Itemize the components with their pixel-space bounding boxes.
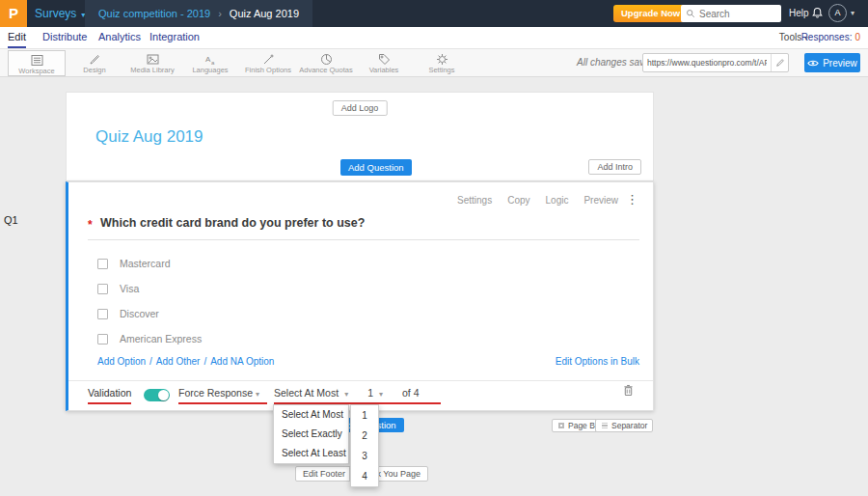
preview-button[interactable]: Preview xyxy=(804,53,860,72)
question-preview-link[interactable]: Preview xyxy=(583,195,618,206)
edit-footer-button[interactable]: Edit Footer xyxy=(295,466,353,482)
edit-options-in-bulk-link[interactable]: Edit Options in Bulk xyxy=(556,356,639,367)
questionpro-logo[interactable]: P xyxy=(0,0,27,27)
question-number-label: Q1 xyxy=(4,214,18,226)
breadcrumb-separator-icon: › xyxy=(218,8,222,19)
upgrade-now-button[interactable]: Upgrade Now xyxy=(613,5,688,22)
design-brush-icon xyxy=(89,53,101,66)
variables-tag-icon xyxy=(378,53,391,66)
validation-rule-dropdown-menu: Select At Most Select Exactly Select At … xyxy=(273,404,349,464)
page-break-icon xyxy=(557,422,565,429)
slash-separator: / xyxy=(203,356,206,367)
chevron-down-icon: ▾ xyxy=(379,390,383,399)
add-intro-button[interactable]: Add Intro xyxy=(588,159,641,175)
add-logo-button[interactable]: Add Logo xyxy=(333,100,388,116)
force-response-dropdown[interactable]: Force Response ▾ xyxy=(178,387,267,404)
menu-item-select-at-most[interactable]: Select At Most xyxy=(274,405,348,425)
question-settings-link[interactable]: Settings xyxy=(457,195,492,206)
question-logic-link[interactable]: Logic xyxy=(546,195,569,206)
tab-edit[interactable]: Edit xyxy=(8,27,26,48)
option-row: American Express xyxy=(97,332,202,345)
add-na-option-link[interactable]: Add NA Option xyxy=(210,356,274,367)
question-text[interactable]: Which credit card brand do you prefer to… xyxy=(100,216,365,230)
option-label[interactable]: American Express xyxy=(120,333,202,344)
add-question-button[interactable]: Add Question xyxy=(340,159,412,176)
toggle-knob xyxy=(158,390,169,400)
avatar[interactable]: A xyxy=(828,4,847,22)
top-bar: P Surveys▾ Quiz competition - 2019 › Qui… xyxy=(0,0,868,27)
responses-count: 0 xyxy=(854,32,860,42)
question-divider xyxy=(88,239,639,240)
option-label[interactable]: Mastercard xyxy=(120,258,171,269)
option-row: Mastercard xyxy=(97,257,171,270)
finish-options-wand-icon xyxy=(262,53,275,66)
checkbox[interactable] xyxy=(97,309,108,319)
survey-url-input[interactable] xyxy=(643,58,771,68)
validation-rule-controls: Select At Most▾1▾of 4 xyxy=(274,387,441,404)
chevron-down-icon: ▾ xyxy=(344,390,348,399)
separator-icon xyxy=(601,422,609,429)
toolbar-item-media-library[interactable]: Media Library xyxy=(123,50,181,76)
account-chevron-down-icon[interactable]: ▾ xyxy=(851,0,854,27)
of-total-label: of 4 xyxy=(402,387,420,399)
menu-item-3[interactable]: 3 xyxy=(351,446,378,466)
responses-counter[interactable]: Responses:0 xyxy=(801,27,860,48)
breadcrumb-current: Quiz Aug 2019 xyxy=(230,8,299,19)
toolbar-item-finish-options[interactable]: Finish Options xyxy=(239,50,297,76)
checkbox[interactable] xyxy=(97,259,108,269)
separator-button[interactable]: Separator xyxy=(595,419,653,432)
notifications-bell-icon[interactable] xyxy=(811,7,824,21)
menu-item-1[interactable]: 1 xyxy=(351,405,378,426)
option-label[interactable]: Visa xyxy=(120,283,139,294)
toolbar-item-settings[interactable]: Settings xyxy=(413,50,471,76)
surveys-menu[interactable]: Surveys▾ xyxy=(35,0,85,27)
slash-separator: / xyxy=(149,356,152,367)
eye-icon xyxy=(807,59,819,68)
tab-analytics[interactable]: Analytics xyxy=(98,27,141,48)
checkbox[interactable] xyxy=(97,284,108,294)
validation-toggle[interactable] xyxy=(144,389,170,401)
breadcrumb-parent[interactable]: Quiz competition - 2019 xyxy=(98,8,210,19)
toolbar-item-variables[interactable]: Variables xyxy=(355,50,413,76)
help-link[interactable]: Help xyxy=(789,0,809,27)
settings-gear-icon xyxy=(436,53,448,66)
search-input[interactable] xyxy=(699,9,776,19)
surveys-menu-label: Surveys xyxy=(35,7,76,20)
option-label[interactable]: Discover xyxy=(120,308,159,319)
count-dropdown[interactable]: 1 xyxy=(367,387,373,399)
option-row: Visa xyxy=(97,282,139,295)
tab-integration[interactable]: Integration xyxy=(149,27,200,48)
count-dropdown-menu: 1 2 3 4 xyxy=(350,404,379,487)
workspace-icon xyxy=(31,54,43,67)
toolbar-item-advance-quotas[interactable]: Advance Quotas xyxy=(297,50,355,76)
checkbox[interactable] xyxy=(97,334,108,344)
toolbar-item-workspace[interactable]: Workspace xyxy=(8,50,66,76)
media-library-icon xyxy=(147,53,159,66)
toolbar-item-design[interactable]: Design xyxy=(66,50,123,76)
rule-dropdown[interactable]: Select At Most xyxy=(274,387,339,399)
survey-title[interactable]: Quiz Aug 2019 xyxy=(95,127,203,147)
global-search xyxy=(681,5,781,22)
tab-distribute[interactable]: Distribute xyxy=(42,27,87,48)
advance-quotas-icon xyxy=(320,53,333,66)
add-option-link[interactable]: Add Option xyxy=(97,356,146,367)
menu-item-select-at-least[interactable]: Select At Least xyxy=(274,444,348,463)
validation-divider xyxy=(68,380,653,381)
breadcrumb: Quiz competition - 2019 › Quiz Aug 2019 xyxy=(85,0,312,27)
question-card: Settings Copy Logic Preview ⋮ * Which cr… xyxy=(66,181,654,411)
survey-header-card: Add Logo Quiz Aug 2019 Add Question Add … xyxy=(66,92,654,181)
menu-item-select-exactly[interactable]: Select Exactly xyxy=(274,425,348,444)
chevron-down-icon: ▾ xyxy=(256,390,259,399)
delete-question-trash-icon[interactable] xyxy=(623,384,634,399)
question-copy-link[interactable]: Copy xyxy=(507,195,529,206)
toolbar-item-languages[interactable]: Aa Languages xyxy=(181,50,239,76)
menu-item-4[interactable]: 4 xyxy=(351,466,378,486)
add-other-link[interactable]: Add Other xyxy=(156,356,201,367)
edit-url-pencil-icon[interactable] xyxy=(771,54,788,71)
option-row: Discover xyxy=(97,307,159,320)
svg-text:a: a xyxy=(211,60,215,66)
search-icon xyxy=(686,9,695,18)
menu-item-2[interactable]: 2 xyxy=(351,426,378,446)
more-options-icon[interactable]: ⋮ xyxy=(626,192,638,207)
main-nav: Edit Distribute Analytics Integration To… xyxy=(0,27,868,49)
